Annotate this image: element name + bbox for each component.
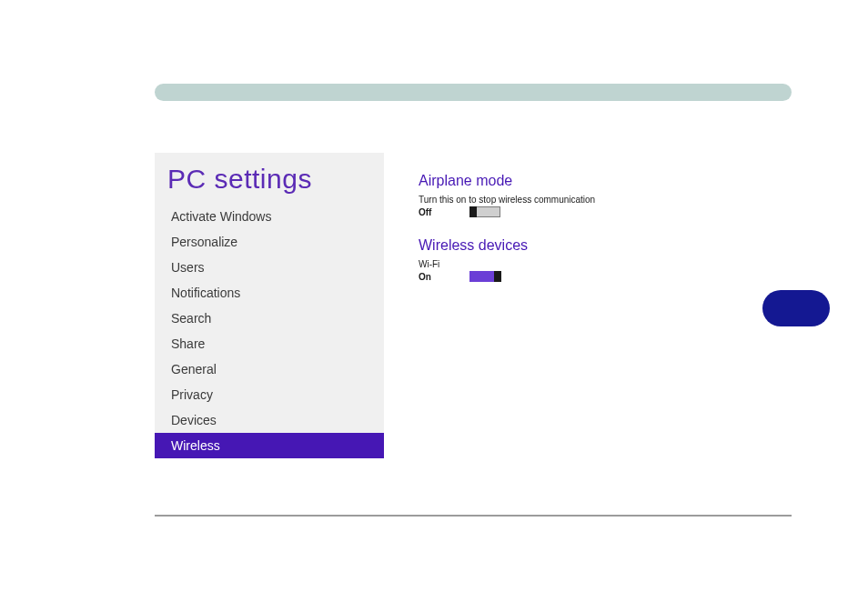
airplane-toggle-row: Off bbox=[419, 206, 764, 217]
sidebar-item-personalize[interactable]: Personalize bbox=[155, 229, 384, 255]
wifi-state-label: On bbox=[419, 272, 437, 282]
sidebar-item-label: Personalize bbox=[171, 235, 237, 249]
airplane-mode-toggle[interactable] bbox=[469, 206, 500, 217]
sidebar-item-search[interactable]: Search bbox=[155, 306, 384, 331]
sidebar-item-label: General bbox=[171, 362, 217, 376]
toggle-handle bbox=[494, 271, 501, 282]
sidebar-item-label: Notifications bbox=[171, 286, 240, 300]
wifi-toggle[interactable] bbox=[469, 271, 500, 282]
sidebar-item-share[interactable]: Share bbox=[155, 331, 384, 356]
sidebar-item-users[interactable]: Users bbox=[155, 255, 384, 280]
sidebar-item-general[interactable]: General bbox=[155, 356, 384, 382]
sidebar-item-label: Activate Windows bbox=[171, 209, 271, 224]
wifi-device-label: Wi-Fi bbox=[419, 259, 764, 269]
bottom-divider bbox=[155, 515, 792, 517]
page-title: PC settings bbox=[155, 153, 384, 204]
sidebar-item-activate-windows[interactable]: Activate Windows bbox=[155, 204, 384, 229]
sidebar: PC settings Activate Windows Personalize… bbox=[155, 153, 384, 456]
airplane-mode-section: Airplane mode Turn this on to stop wirel… bbox=[419, 173, 764, 217]
sidebar-item-privacy[interactable]: Privacy bbox=[155, 382, 384, 407]
sidebar-item-devices[interactable]: Devices bbox=[155, 407, 384, 433]
airplane-mode-heading: Airplane mode bbox=[419, 173, 764, 189]
sidebar-item-label: Users bbox=[171, 260, 205, 275]
top-bar bbox=[155, 84, 792, 101]
sidebar-item-label: Devices bbox=[171, 413, 217, 427]
airplane-state-label: Off bbox=[419, 207, 437, 217]
sidebar-item-label: Search bbox=[171, 311, 211, 326]
sidebar-item-label: Wireless bbox=[171, 438, 220, 453]
sidebar-item-label: Privacy bbox=[171, 387, 213, 402]
wireless-devices-heading: Wireless devices bbox=[419, 237, 764, 254]
sidebar-item-wireless[interactable]: Wireless bbox=[155, 433, 384, 458]
wireless-devices-section: Wireless devices Wi-Fi On bbox=[419, 237, 764, 282]
sidebar-item-notifications[interactable]: Notifications bbox=[155, 280, 384, 306]
toggle-handle bbox=[469, 206, 477, 217]
side-badge bbox=[762, 290, 830, 326]
airplane-mode-description: Turn this on to stop wireless communicat… bbox=[419, 195, 764, 205]
wifi-toggle-row: On bbox=[419, 271, 764, 282]
pc-settings-window: PC settings Activate Windows Personalize… bbox=[155, 153, 792, 517]
content-pane: Airplane mode Turn this on to stop wirel… bbox=[419, 173, 764, 302]
sidebar-item-label: Share bbox=[171, 336, 205, 351]
